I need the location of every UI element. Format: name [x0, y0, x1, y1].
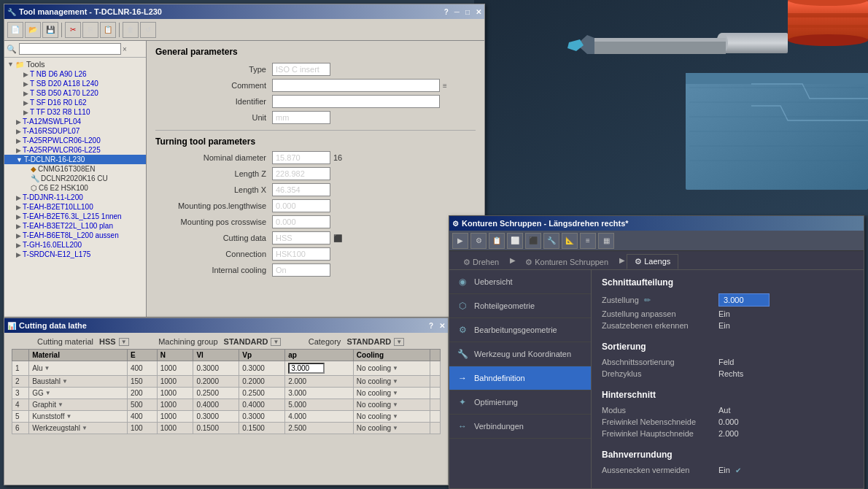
tree-item-3[interactable]: ▶ T SF D16 R0 L62 — [4, 98, 146, 107]
freiwinkel-neben-value: 0.000 — [718, 417, 739, 426]
help-btn[interactable]: ? — [429, 322, 433, 330]
tool-btn-1[interactable]: ⚙ — [470, 233, 487, 249]
svg-rect-8 — [722, 33, 788, 53]
tab-drehen[interactable]: ⚙ Drehen — [455, 255, 507, 269]
close-btn[interactable]: ✕ — [439, 322, 445, 330]
freiwinkel-haupt-value: 2.000 — [718, 429, 739, 438]
copy-btn[interactable]: ⎘ — [82, 22, 98, 38]
tree-item-1[interactable]: ▶ T SB D20 A118 L240 — [4, 79, 146, 88]
dropdown-arrow-icon[interactable]: ▼ — [82, 425, 88, 431]
expand-icon: ▶ — [16, 118, 21, 126]
row-num: 2 — [12, 376, 29, 388]
comment-input[interactable] — [276, 81, 436, 90]
new-btn[interactable]: 📄 — [7, 22, 23, 38]
tool-btn-8[interactable]: ▦ — [598, 233, 614, 249]
tree-item-label: T-EAH-B6ET8L_L200 aussen — [23, 231, 119, 239]
material-cell: Baustahl ▼ — [32, 377, 124, 385]
search-clear-btn[interactable]: × — [123, 45, 127, 53]
tree-item-8[interactable]: ▶ T-A25RPWLCR06-L225 — [4, 145, 146, 155]
open-btn[interactable]: 📂 — [25, 22, 41, 38]
svg-rect-7 — [788, 25, 868, 28]
cooling-dropdown-icon[interactable]: ▼ — [392, 401, 398, 408]
cutting-material-dropdown[interactable]: ▼ — [119, 338, 129, 346]
help-button[interactable]: ? — [444, 8, 449, 16]
zustellung-input[interactable] — [718, 293, 770, 307]
ap-input[interactable] — [288, 363, 325, 374]
dropdown-arrow-icon[interactable]: ▼ — [44, 365, 50, 371]
sidebar-item-bahn[interactable]: → Bahndefinition — [449, 366, 591, 390]
tree-item-2[interactable]: ▶ T SB D50 A170 L220 — [4, 88, 146, 98]
param-comment-value[interactable] — [272, 79, 440, 92]
tree-item-13[interactable]: ▶ T-DDJNR-11-L200 — [4, 193, 146, 202]
row-material: Baustahl ▼ — [29, 376, 128, 388]
tree-subitem-0[interactable]: ◆ CNMG16T308EN — [4, 164, 146, 174]
sidebar-item-bearbeitung[interactable]: ⚙ Bearbeitungsgeometrie — [449, 318, 591, 342]
cutting-data-window: 📊 Cutting data lathe ? ✕ Cutting materia… — [4, 317, 449, 485]
material-cell: Werkzeugstahl ▼ — [32, 424, 124, 432]
play-btn[interactable]: ▶ — [452, 233, 468, 249]
dropdown-arrow-icon[interactable]: ▼ — [66, 413, 71, 420]
param-type-value: ISO C insert — [272, 63, 330, 76]
cooling-dropdown-icon[interactable]: ▼ — [392, 378, 398, 385]
tree-item-active[interactable]: ▼ T-DCLNR-16-L230 — [4, 155, 146, 164]
category-dropdown[interactable]: ▼ — [394, 338, 404, 346]
svg-rect-6 — [788, 13, 868, 18]
cut-btn[interactable]: ✂ — [65, 22, 81, 38]
dropdown-arrow-icon[interactable]: ▼ — [45, 390, 51, 396]
maximize-button[interactable]: □ — [465, 8, 470, 16]
tool-btn-5[interactable]: 🔧 — [543, 233, 559, 249]
konturen-sidebar: ◉ Uebersicht ⬡ Rohteilgeometrie ⚙ Bearbe… — [449, 270, 592, 488]
identifier-input[interactable] — [276, 97, 436, 106]
row-vl: 0.3000 — [193, 411, 239, 423]
tree-item-15[interactable]: ▶ T-EAH-B2ET6.3L_L215 1nnen — [4, 212, 146, 221]
paste-btn[interactable]: 📋 — [100, 22, 116, 38]
cooling-dropdown-icon[interactable]: ▼ — [392, 390, 398, 396]
tool-btn-4[interactable]: ⬛ — [525, 233, 541, 249]
tree-item-label: T NB D6 A90 L26 — [30, 70, 87, 78]
tab-laengs[interactable]: ⚙ Laengs — [627, 254, 678, 269]
sidebar-item-optimierung[interactable]: ✦ Optimierung — [449, 390, 591, 415]
tree-subitem-2[interactable]: ⬡ C6 E2 HSK100 — [4, 183, 146, 193]
tree-item-19[interactable]: ▶ T-SRDCN-E12_L175 — [4, 250, 146, 259]
close-button[interactable]: ✕ — [476, 8, 481, 16]
tree-item-0[interactable]: ▶ T NB D6 A90 L26 — [4, 69, 146, 79]
svg-point-5 — [788, 34, 868, 46]
param-mount-cross-label: Mounting pos crosswise — [155, 217, 272, 226]
tab-konturen-schruppen[interactable]: ⚙ Konturen Schruppen — [517, 255, 616, 269]
tool-btn-3[interactable]: ⬜ — [507, 233, 523, 249]
zustellung-edit-icon[interactable]: ✏ — [644, 296, 651, 304]
param-id-value[interactable] — [272, 95, 440, 108]
dropdown-arrow-icon[interactable]: ▼ — [58, 401, 63, 408]
tree-subitem-1[interactable]: 🔧 DCLNR2020K16 CU — [4, 174, 146, 183]
sidebar-item-verbindungen[interactable]: ↔ Verbindungen — [449, 415, 591, 439]
tool-btn-7[interactable]: ≡ — [580, 233, 596, 249]
cutting-window-controls: ? ✕ — [429, 322, 445, 330]
tool-btn-6[interactable]: 📐 — [562, 233, 578, 249]
tree-item-17[interactable]: ▶ T-EAH-B6ET8L_L200 aussen — [4, 231, 146, 240]
tree-item-14[interactable]: ▶ T-EAH-B2ET10LL100 — [4, 202, 146, 212]
row-ap[interactable] — [285, 361, 354, 376]
tree-item-7[interactable]: ▶ T-A25RPWLCR06-L200 — [4, 136, 146, 145]
tree-item-6[interactable]: ▶ T-A16RSDUPL07 — [4, 126, 146, 136]
freiwinkel-neben-row: Freiwinkel Nebenschneide 0.000 — [602, 417, 853, 426]
search-input[interactable] — [19, 43, 121, 55]
tool-btn-2[interactable]: 📋 — [489, 233, 505, 249]
sidebar-item-werkzeug[interactable]: 🔧 Werkzeug und Koordinaten — [449, 342, 591, 366]
sidebar-item-rohteil[interactable]: ⬡ Rohteilgeometrie — [449, 294, 591, 318]
cooling-dropdown-icon[interactable]: ▼ — [392, 425, 398, 431]
machining-group-dropdown[interactable]: ▼ — [271, 338, 281, 346]
tools-root-item[interactable]: ▼ 📁 Tools — [4, 59, 146, 69]
tree-item-16[interactable]: ▶ T-EAH-B3ET22L_L100 plan — [4, 221, 146, 231]
tree-item-5[interactable]: ▶ T-A12MSWLPL04 — [4, 117, 146, 126]
dropdown-arrow-icon[interactable]: ▼ — [62, 378, 68, 385]
save-btn[interactable]: 💾 — [42, 22, 58, 38]
delete-btn[interactable]: 🗑 — [123, 22, 139, 38]
param-length-z-row: Length Z 228.982 — [155, 167, 476, 180]
tree-item-4[interactable]: ▶ T TF D32 R8 L110 — [4, 107, 146, 117]
cooling-dropdown-icon[interactable]: ▼ — [392, 413, 398, 420]
cooling-dropdown-icon[interactable]: ▼ — [392, 365, 398, 371]
sidebar-item-uebersicht[interactable]: ◉ Uebersicht — [449, 270, 591, 294]
minimize-button[interactable]: ─ — [454, 8, 460, 16]
tree-item-18[interactable]: ▶ T-GH-16.0ELL200 — [4, 240, 146, 250]
refresh-btn[interactable]: ↺ — [140, 22, 156, 38]
